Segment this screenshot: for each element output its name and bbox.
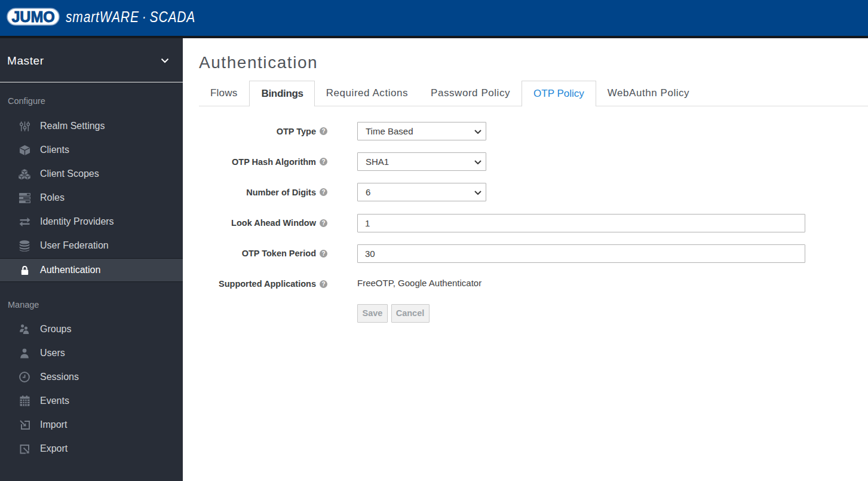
- svg-text:JUMO: JUMO: [11, 8, 55, 26]
